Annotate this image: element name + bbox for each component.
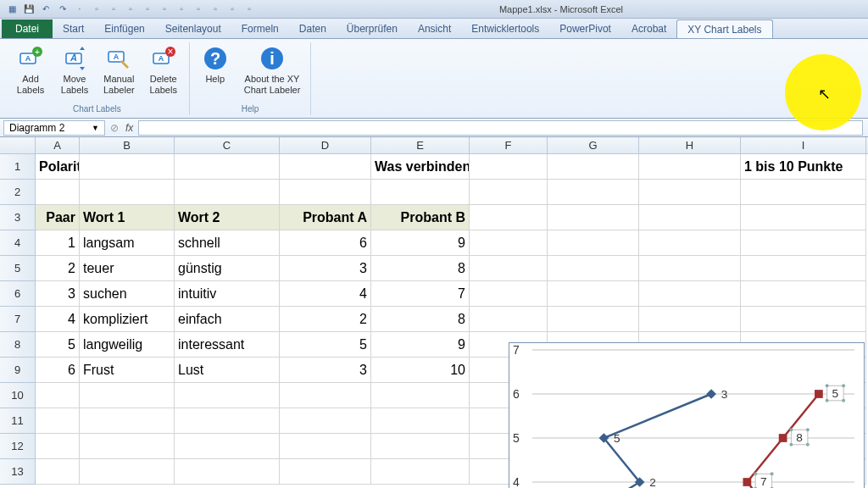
column-header[interactable]: F xyxy=(470,137,548,153)
cell[interactable] xyxy=(741,205,866,230)
worksheet[interactable]: ABCDEFGHI 1Polaritätsprofil / Semantisch… xyxy=(0,137,868,485)
row-header[interactable]: 7 xyxy=(0,307,36,332)
cell[interactable] xyxy=(280,383,371,408)
redo-icon[interactable]: ↷ xyxy=(56,3,70,16)
tab-ansicht[interactable]: Ansicht xyxy=(408,19,461,38)
cell[interactable] xyxy=(175,408,280,434)
column-header[interactable]: B xyxy=(80,137,175,153)
tab-formeln[interactable]: Formeln xyxy=(231,19,289,38)
cell[interactable] xyxy=(639,230,741,256)
qat-btn[interactable]: ▫ xyxy=(158,3,171,16)
cell[interactable] xyxy=(741,230,866,256)
cell[interactable]: Polaritätsprofil / Semantisches Differen… xyxy=(36,154,80,180)
cell[interactable] xyxy=(80,383,175,408)
about-button[interactable]: iAbout the XYChart Labeler xyxy=(239,42,306,103)
cell[interactable] xyxy=(175,434,280,459)
cell[interactable] xyxy=(548,205,639,230)
cell[interactable]: interessant xyxy=(175,332,280,358)
cell[interactable] xyxy=(80,459,175,485)
cell[interactable]: 9 xyxy=(371,230,470,256)
cell[interactable] xyxy=(175,459,280,485)
column-header[interactable]: G xyxy=(548,137,639,153)
cell[interactable]: Was verbinden Sie mit dem Begriff "Excel… xyxy=(371,154,470,180)
cell[interactable] xyxy=(371,383,470,408)
cell[interactable] xyxy=(639,281,741,307)
cell[interactable] xyxy=(741,307,866,332)
row-header[interactable]: 9 xyxy=(0,358,36,383)
cell[interactable] xyxy=(470,180,548,205)
cell[interactable] xyxy=(548,154,639,180)
tab-acrobat[interactable]: Acrobat xyxy=(621,19,676,38)
chevron-down-icon[interactable]: ▼ xyxy=(92,124,99,132)
cell[interactable] xyxy=(36,459,80,485)
cell[interactable]: 8 xyxy=(371,256,470,281)
cell[interactable]: langsam xyxy=(80,230,175,256)
cell[interactable] xyxy=(80,180,175,205)
qat-btn[interactable]: ▫ xyxy=(124,3,137,16)
cell[interactable]: 4 xyxy=(280,281,371,307)
cell[interactable] xyxy=(741,256,866,281)
cell[interactable] xyxy=(639,205,741,230)
cell[interactable] xyxy=(371,408,470,434)
cell[interactable] xyxy=(470,154,548,180)
row-header[interactable]: 10 xyxy=(0,383,36,408)
cell[interactable]: 9 xyxy=(371,332,470,358)
cell[interactable] xyxy=(371,180,470,205)
cell[interactable]: 1 bis 10 Punkte xyxy=(741,154,866,180)
fx-cancel-icon[interactable]: ⊘ xyxy=(110,122,119,134)
tab-xy-chart-labels[interactable]: XY Chart Labels xyxy=(676,19,772,38)
cell[interactable] xyxy=(548,256,639,281)
cell[interactable] xyxy=(548,281,639,307)
cell[interactable] xyxy=(36,180,80,205)
cell[interactable]: einfach xyxy=(175,307,280,332)
cell[interactable] xyxy=(470,256,548,281)
cell[interactable]: 2 xyxy=(36,256,80,281)
cell[interactable] xyxy=(639,180,741,205)
qat-btn[interactable]: ▫ xyxy=(175,3,188,16)
row-header[interactable]: 4 xyxy=(0,230,36,256)
cell[interactable]: Probant A xyxy=(280,205,371,230)
row-header[interactable]: 2 xyxy=(0,180,36,205)
cell[interactable] xyxy=(36,434,80,459)
cell[interactable]: Probant B xyxy=(371,205,470,230)
tab-daten[interactable]: Daten xyxy=(289,19,337,38)
cell[interactable] xyxy=(371,459,470,485)
cell[interactable] xyxy=(280,459,371,485)
row-header[interactable]: 5 xyxy=(0,256,36,281)
cell[interactable]: suchen xyxy=(80,281,175,307)
cell[interactable] xyxy=(175,180,280,205)
cell[interactable] xyxy=(371,434,470,459)
fx-icon[interactable]: fx xyxy=(125,122,133,134)
row-header[interactable]: 6 xyxy=(0,281,36,307)
cell[interactable]: 3 xyxy=(36,281,80,307)
qat-btn[interactable]: ▫ xyxy=(192,3,205,16)
save-icon[interactable]: 💾 xyxy=(22,3,36,16)
cell[interactable]: günstig xyxy=(175,256,280,281)
cell[interactable] xyxy=(548,307,639,332)
cell[interactable]: Wort 1 xyxy=(80,205,175,230)
cell[interactable] xyxy=(470,307,548,332)
column-header[interactable]: H xyxy=(639,137,741,153)
cell[interactable] xyxy=(470,205,548,230)
cell[interactable] xyxy=(80,408,175,434)
qat-btn[interactable]: ▫ xyxy=(141,3,154,16)
cell[interactable]: Wort 2 xyxy=(175,205,280,230)
qat-btn[interactable]: ▫ xyxy=(225,3,239,16)
cell[interactable] xyxy=(470,281,548,307)
tab-überprüfen[interactable]: Überprüfen xyxy=(337,19,408,38)
row-header[interactable]: 8 xyxy=(0,332,36,358)
cell[interactable]: 5 xyxy=(280,332,371,358)
row-header[interactable]: 1 xyxy=(0,154,36,180)
cell[interactable]: 2 xyxy=(280,307,371,332)
cell[interactable] xyxy=(280,408,371,434)
cell[interactable]: 10 xyxy=(371,358,470,383)
column-header[interactable]: D xyxy=(280,137,371,153)
cell[interactable]: 1 xyxy=(36,230,80,256)
chart-object[interactable]: 3523465878 1234567 xyxy=(509,342,865,488)
cell[interactable]: Lust xyxy=(175,358,280,383)
select-all-corner[interactable] xyxy=(0,137,36,153)
cell[interactable] xyxy=(548,180,639,205)
cell[interactable] xyxy=(36,383,80,408)
cell[interactable]: 7 xyxy=(371,281,470,307)
row-header[interactable]: 12 xyxy=(0,434,36,459)
